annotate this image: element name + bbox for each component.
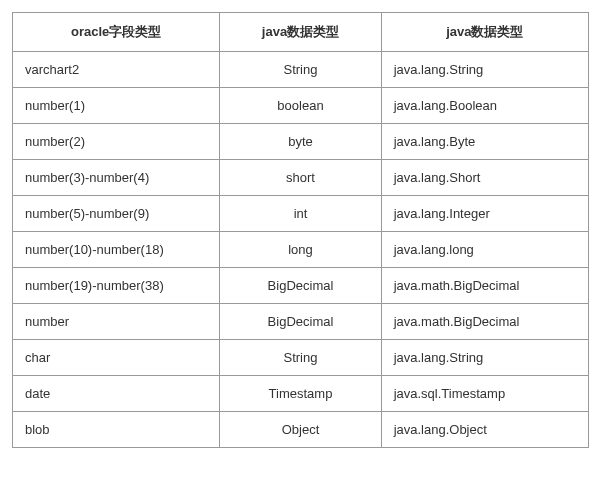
cell-java-class: java.lang.long [381,232,588,268]
table-row: number(19)-number(38) BigDecimal java.ma… [13,268,589,304]
cell-java-primitive: short [220,160,381,196]
cell-java-primitive: BigDecimal [220,268,381,304]
cell-java-class: java.lang.Byte [381,124,588,160]
cell-oracle-type: number [13,304,220,340]
cell-oracle-type: char [13,340,220,376]
type-mapping-table: oracle字段类型 java数据类型 java数据类型 varchart2 S… [12,12,589,448]
cell-java-class: java.lang.Boolean [381,88,588,124]
cell-oracle-type: varchart2 [13,52,220,88]
cell-java-class: java.lang.String [381,340,588,376]
table-row: blob Object java.lang.Object [13,412,589,448]
cell-java-class: java.lang.Object [381,412,588,448]
cell-java-class: java.math.BigDecimal [381,304,588,340]
table-row: number BigDecimal java.math.BigDecimal [13,304,589,340]
cell-java-class: java.lang.Integer [381,196,588,232]
cell-java-primitive: boolean [220,88,381,124]
cell-oracle-type: date [13,376,220,412]
table-row: varchart2 String java.lang.String [13,52,589,88]
cell-oracle-type: number(5)-number(9) [13,196,220,232]
cell-java-primitive: Timestamp [220,376,381,412]
cell-oracle-type: number(10)-number(18) [13,232,220,268]
table-row: char String java.lang.String [13,340,589,376]
cell-java-primitive: BigDecimal [220,304,381,340]
cell-oracle-type: blob [13,412,220,448]
cell-oracle-type: number(3)-number(4) [13,160,220,196]
cell-java-class: java.lang.Short [381,160,588,196]
cell-java-class: java.lang.String [381,52,588,88]
col-header-oracle: oracle字段类型 [13,13,220,52]
table-row: number(1) boolean java.lang.Boolean [13,88,589,124]
cell-oracle-type: number(2) [13,124,220,160]
table-row: number(10)-number(18) long java.lang.lon… [13,232,589,268]
col-header-java-class: java数据类型 [381,13,588,52]
cell-java-primitive: Object [220,412,381,448]
cell-oracle-type: number(1) [13,88,220,124]
cell-java-primitive: byte [220,124,381,160]
table-header-row: oracle字段类型 java数据类型 java数据类型 [13,13,589,52]
cell-java-class: java.sql.Timestamp [381,376,588,412]
cell-java-primitive: String [220,340,381,376]
table-row: number(2) byte java.lang.Byte [13,124,589,160]
cell-java-primitive: String [220,52,381,88]
cell-java-primitive: int [220,196,381,232]
cell-oracle-type: number(19)-number(38) [13,268,220,304]
cell-java-primitive: long [220,232,381,268]
table-row: date Timestamp java.sql.Timestamp [13,376,589,412]
cell-java-class: java.math.BigDecimal [381,268,588,304]
table-row: number(3)-number(4) short java.lang.Shor… [13,160,589,196]
table-row: number(5)-number(9) int java.lang.Intege… [13,196,589,232]
col-header-java-primitive: java数据类型 [220,13,381,52]
